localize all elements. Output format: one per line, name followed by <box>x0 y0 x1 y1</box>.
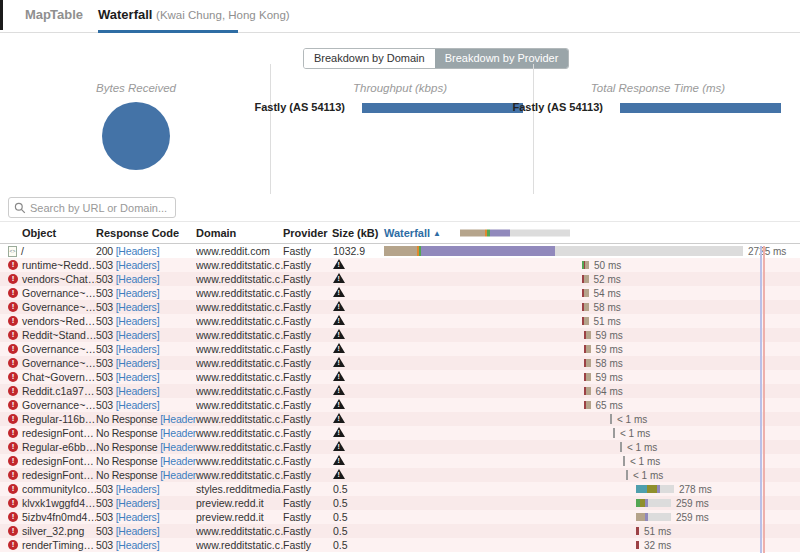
search-box <box>8 197 176 218</box>
table-row[interactable]: Chat~Govern…503 [Headers]www.redditstati… <box>0 370 800 384</box>
table-row[interactable]: /200 [Headers]www.reddit.comFastly1032.9… <box>0 244 800 258</box>
size-cell <box>332 259 384 271</box>
headers-link[interactable]: [Headers] <box>116 357 160 369</box>
table-row[interactable]: redesignFont…No Response [Headers]www.re… <box>0 454 800 468</box>
error-icon <box>8 512 18 522</box>
table-row[interactable]: Governance~…503 [Headers]www.redditstati… <box>0 342 800 356</box>
table-row[interactable]: redesignFont…No Response [Headers]www.re… <box>0 426 800 440</box>
object-name: runtime~Redd… <box>22 259 96 271</box>
table-row[interactable]: 5izbv4fn0md4…503 [Headers]preview.redd.i… <box>0 510 800 524</box>
headers-link[interactable]: [Headers] <box>116 287 160 299</box>
table-row[interactable]: communityIco…503 [Headers]styles.redditm… <box>0 482 800 496</box>
headers-link[interactable]: [Headers] <box>116 399 160 411</box>
table-row[interactable]: klvxk1wggfd4…503 [Headers]preview.redd.i… <box>0 496 800 510</box>
size-cell <box>332 469 384 481</box>
table-row[interactable]: renderTiming…503 [Headers]www.redditstat… <box>0 538 800 552</box>
waterfall-bar <box>636 513 671 521</box>
waterfall-bar <box>584 401 591 409</box>
column-header-response[interactable]: Response Code <box>96 227 196 239</box>
tab-table[interactable]: Table <box>50 0 83 33</box>
headers-link[interactable]: [Headers] <box>116 245 160 257</box>
waterfall-segment-tan <box>586 359 591 367</box>
headers-link[interactable]: [Headers] <box>160 455 196 467</box>
waterfall-time-label: 2725 ms <box>748 246 786 257</box>
column-header-object[interactable]: Object <box>0 227 96 239</box>
object-name: communityIco… <box>22 483 96 495</box>
size-cell <box>332 399 384 411</box>
table-row[interactable]: vendors~Chat…503 [Headers]www.redditstat… <box>0 272 800 286</box>
table-row[interactable]: silver_32.png503 [Headers]www.redditstat… <box>0 524 800 538</box>
table-row[interactable]: Governance~…503 [Headers]www.redditstati… <box>0 356 800 370</box>
headers-link[interactable]: [Headers] <box>116 385 160 397</box>
table-row[interactable]: Governance~…503 [Headers]www.redditstati… <box>0 398 800 412</box>
column-header-provider[interactable]: Provider <box>283 227 332 239</box>
headers-link[interactable]: [Headers] <box>116 329 160 341</box>
size-cell <box>332 385 384 397</box>
waterfall-segment-tan <box>586 345 591 353</box>
tab-waterfall[interactable]: Waterfall (Kwai Chung, Hong Kong) <box>98 0 290 33</box>
provider: Fastly <box>283 357 332 369</box>
headers-link[interactable]: [Headers] <box>116 525 160 537</box>
headers-link[interactable]: [Headers] <box>116 343 160 355</box>
waterfall-bar <box>584 331 591 339</box>
waterfall-time-label: 50 ms <box>594 260 621 271</box>
size-warning-icon <box>333 399 345 409</box>
table-row[interactable]: Governance~…503 [Headers]www.redditstati… <box>0 286 800 300</box>
column-header-domain[interactable]: Domain <box>196 227 283 239</box>
headers-link[interactable]: [Headers] <box>160 427 196 439</box>
provider: Fastly <box>283 287 332 299</box>
breakdown-by-domain-button[interactable]: Breakdown by Domain <box>304 49 435 68</box>
waterfall-segment-track <box>510 229 570 236</box>
waterfall-bar <box>582 275 589 283</box>
provider: Fastly <box>283 371 332 383</box>
table-row[interactable]: Regular-116b…No Response [Headers]www.re… <box>0 412 800 426</box>
provider: Fastly <box>283 315 332 327</box>
table-row[interactable]: Governance~…503 [Headers]www.redditstati… <box>0 300 800 314</box>
table-row[interactable]: vendors~Red…503 [Headers]www.redditstati… <box>0 314 800 328</box>
response-code: 503 <box>96 357 116 369</box>
size-cell: 0.5 <box>332 525 384 537</box>
headers-link[interactable]: [Headers] <box>116 301 160 313</box>
headers-link[interactable]: [Headers] <box>116 259 160 271</box>
error-icon <box>8 456 18 466</box>
table-row[interactable]: redesignFont…No Response [Headers]www.re… <box>0 468 800 482</box>
error-icon <box>8 526 18 536</box>
provider: Fastly <box>283 385 332 397</box>
throughput-bar-label: Fastly (AS 54113) <box>250 101 345 113</box>
tab-bar: Map Table Waterfall (Kwai Chung, Hong Ko… <box>0 0 800 33</box>
headers-link[interactable]: [Headers] <box>116 539 160 551</box>
headers-link[interactable]: [Headers] <box>160 441 196 453</box>
column-header-waterfall[interactable]: Waterfall ▲ <box>384 227 800 239</box>
table-row[interactable]: Regular-e6bb…No Response [Headers]www.re… <box>0 440 800 454</box>
domain: www.redditstatic.c… <box>196 301 283 313</box>
size-cell <box>332 301 384 313</box>
table-row[interactable]: Reddit~Stand…503 [Headers]www.redditstat… <box>0 328 800 342</box>
size-warning-icon <box>333 385 345 395</box>
headers-link[interactable]: [Headers] <box>116 371 160 383</box>
waterfall-time-label: 259 ms <box>676 512 709 523</box>
size-warning-icon <box>333 427 345 437</box>
column-header-size[interactable]: Size (kB) <box>332 227 384 239</box>
domain: www.redditstatic.c… <box>196 525 283 537</box>
headers-link[interactable]: [Headers] <box>116 483 160 495</box>
response-code: 503 <box>96 399 116 411</box>
time-marker-red <box>763 246 765 553</box>
table-row[interactable]: Reddit.c1a97…503 [Headers]www.redditstat… <box>0 384 800 398</box>
error-icon <box>8 274 18 284</box>
headers-link[interactable]: [Headers] <box>116 315 160 327</box>
table-row[interactable]: runtime~Redd…503 [Headers]www.redditstat… <box>0 258 800 272</box>
waterfall-segment-purple <box>421 246 555 256</box>
breakdown-by-provider-button[interactable]: Breakdown by Provider <box>435 49 569 68</box>
waterfall-time-label: 58 ms <box>596 358 623 369</box>
headers-link[interactable]: [Headers] <box>116 511 160 523</box>
tab-map[interactable]: Map <box>25 0 51 33</box>
waterfall-bar <box>626 470 628 480</box>
domain: preview.redd.it <box>196 511 283 523</box>
headers-link[interactable]: [Headers] <box>160 469 196 481</box>
headers-link[interactable]: [Headers] <box>116 273 160 285</box>
headers-link[interactable]: [Headers] <box>160 413 196 425</box>
search-input[interactable] <box>30 202 168 214</box>
domain: www.redditstatic.c… <box>196 329 283 341</box>
headers-link[interactable]: [Headers] <box>116 497 160 509</box>
error-icon <box>8 330 18 340</box>
